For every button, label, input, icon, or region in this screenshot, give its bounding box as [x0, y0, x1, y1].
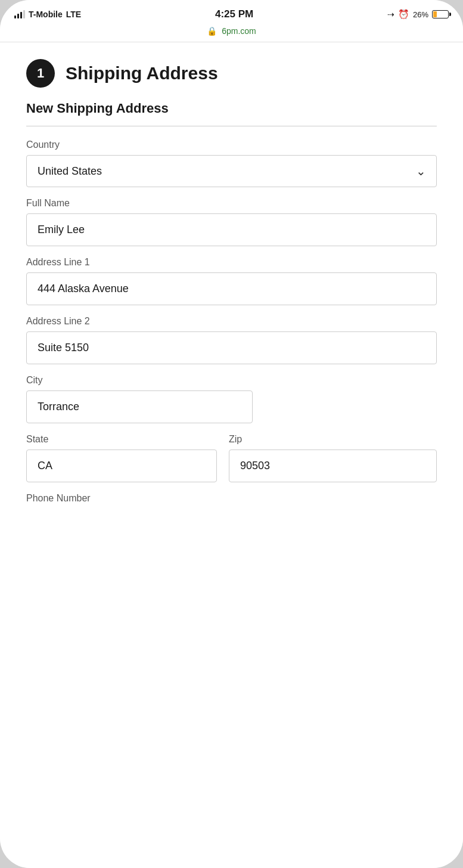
state-label: State	[26, 434, 217, 445]
zip-field-group: Zip	[229, 434, 437, 482]
city-input[interactable]	[26, 390, 253, 423]
time-label: 4:25 PM	[215, 8, 253, 20]
url-bar: 🔒 6pm.com	[0, 24, 463, 42]
page-title: Shipping Address	[66, 63, 218, 83]
address-line2-input[interactable]	[26, 331, 437, 364]
zip-label: Zip	[229, 434, 437, 445]
battery-icon	[432, 10, 449, 18]
city-field-group: City	[26, 375, 437, 423]
step-badge: 1	[26, 59, 55, 88]
country-select[interactable]: United States	[26, 155, 437, 187]
address-line2-label: Address Line 2	[26, 316, 437, 327]
status-bar: T-Mobile LTE 4:25 PM ⇢ ⏰ 26%	[0, 0, 463, 24]
address-line1-label: Address Line 1	[26, 257, 437, 268]
address-line2-field-group: Address Line 2	[26, 316, 437, 364]
carrier-label: T-Mobile	[29, 10, 63, 19]
lock-icon: 🔒	[207, 26, 217, 36]
main-content: 1 Shipping Address New Shipping Address …	[0, 42, 463, 868]
status-right: ⇢ ⏰ 26%	[387, 9, 449, 20]
phone-label: Phone Number	[26, 493, 437, 504]
country-label: Country	[26, 140, 437, 150]
state-zip-row: State Zip	[26, 434, 437, 493]
state-field-group: State	[26, 434, 217, 482]
full-name-label: Full Name	[26, 198, 437, 209]
phone-field-group: Phone Number	[26, 493, 437, 509]
divider	[26, 126, 437, 126]
address-line1-field-group: Address Line 1	[26, 257, 437, 305]
zip-input[interactable]	[229, 450, 437, 482]
country-select-wrapper[interactable]: United States ⌄	[26, 155, 437, 187]
full-name-field-group: Full Name	[26, 198, 437, 246]
battery-percent-label: 26%	[413, 10, 428, 19]
alarm-icon: ⏰	[398, 9, 409, 20]
full-name-input[interactable]	[26, 213, 437, 246]
url-label: 6pm.com	[222, 26, 256, 36]
network-type-label: LTE	[66, 10, 81, 19]
signal-icon	[14, 10, 25, 18]
state-input[interactable]	[26, 450, 217, 482]
country-field-group: Country United States ⌄	[26, 140, 437, 187]
page-header: 1 Shipping Address	[26, 59, 437, 88]
location-icon: ⇢	[387, 10, 394, 19]
city-label: City	[26, 375, 437, 386]
status-left: T-Mobile LTE	[14, 10, 81, 19]
phone-frame: T-Mobile LTE 4:25 PM ⇢ ⏰ 26% 🔒 6pm.com 1…	[0, 0, 463, 868]
address-line1-input[interactable]	[26, 272, 437, 305]
section-title: New Shipping Address	[26, 101, 437, 116]
